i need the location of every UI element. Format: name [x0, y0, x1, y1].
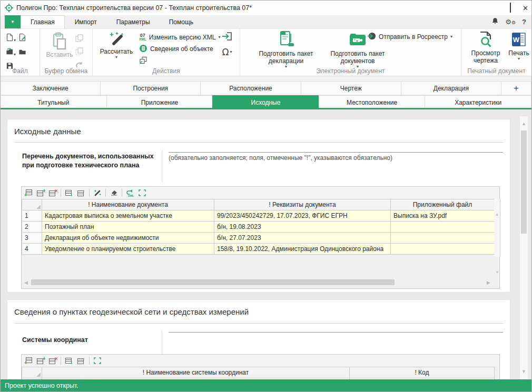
paste-special-icon[interactable]	[75, 47, 84, 58]
doc-name-cell[interactable]: Декларация об объекте недвижимости	[42, 233, 214, 244]
delete-row-icon[interactable]: ✕	[48, 188, 57, 197]
row-number[interactable]: 3	[22, 233, 42, 244]
tab-chertezh[interactable]: Чертеж	[301, 81, 401, 95]
doc-name-cell[interactable]: Уведомление о планируемом строительстве	[42, 244, 214, 255]
move-row-down-icon[interactable]: ↓	[64, 356, 74, 365]
tab-zaklyuchenie[interactable]: Заключение	[0, 81, 101, 95]
copy-object-button[interactable]	[139, 55, 221, 66]
print-button[interactable]: W Печать ▾	[507, 31, 531, 61]
add-tab-button[interactable]: +	[501, 81, 531, 95]
move-row-up-icon[interactable]: ↑	[76, 188, 86, 197]
tab-iskhodnye[interactable]: Исходные	[212, 95, 319, 109]
title-bar[interactable]: Полигон Про: Техплан строительства верси…	[1, 1, 531, 15]
page-scroll-up-arrow[interactable]: ▲	[520, 116, 528, 126]
menu-tab-parametry[interactable]: Параметры	[107, 15, 160, 28]
new-document-icon[interactable]: ▾	[6, 33, 18, 44]
row-number[interactable]: 1	[22, 210, 42, 222]
close-button[interactable]: ✕	[523, 5, 528, 12]
menu-tab-pomoshch[interactable]: Помощь	[160, 15, 203, 28]
page-scroll-thumb[interactable]	[521, 130, 527, 234]
ribbon-group-actions: Рассчитать ▾ 07 XML Изменить версию XML …	[93, 29, 240, 76]
scroll-left-arrow[interactable]: ◀	[24, 280, 28, 285]
tab-kharakteristiki[interactable]: Характеристики	[425, 95, 531, 109]
doc-file-cell[interactable]	[391, 244, 495, 255]
row-number[interactable]: 2	[22, 222, 42, 233]
edit-document-icon[interactable]	[18, 33, 29, 44]
clear-table-icon[interactable]	[109, 188, 119, 197]
table-row[interactable]: 1 Кадастровая выписка о земельном участк…	[22, 210, 495, 222]
import-xml-icon[interactable]: XML	[125, 188, 135, 197]
move-row-down-icon[interactable]: ↓	[64, 188, 74, 197]
calculate-button[interactable]: Рассчитать ▾	[96, 31, 137, 59]
section-heading: Сведения о пунктах геодезической сети и …	[14, 307, 249, 316]
table-corner-cell[interactable]	[22, 367, 42, 378]
doc-name-cell[interactable]: Поэтажный план	[42, 222, 214, 233]
tab-postroeniya[interactable]: Построения	[100, 81, 201, 95]
page-scrollbar[interactable]: ▲ ▼	[520, 116, 528, 380]
hscroll-thumb[interactable]	[31, 279, 395, 285]
delete-row-icon[interactable]: ✕	[48, 356, 57, 365]
table-row[interactable]: 2 Поэтажный план б/н, 19.08.2023	[22, 222, 495, 233]
col-header-doc-name[interactable]: ! Наименование документа	[42, 199, 214, 210]
notifications-bell-icon[interactable]	[491, 17, 499, 27]
tab-raspolozhenie[interactable]: Расположение	[200, 81, 301, 95]
scroll-right-arrow[interactable]: ▶	[487, 280, 490, 285]
xml-version-icon: 07 XML	[139, 34, 146, 41]
row-number[interactable]: 4	[22, 244, 42, 255]
col-header-cs-name[interactable]: ! Наименование системы координат	[42, 367, 350, 378]
ribbon-group-print: Просмотр чертежа W Печать ▾ Печатный док…	[461, 29, 531, 76]
expand-table-icon[interactable]	[93, 356, 102, 365]
add-row-icon[interactable]: +	[24, 356, 33, 365]
table-vertical-scrollbar[interactable]: ▲	[494, 199, 500, 257]
import-data-icon[interactable]	[222, 32, 232, 43]
open-folder-icon[interactable]	[18, 47, 29, 58]
col-header-doc-details[interactable]: ! Реквизиты документа	[214, 199, 391, 210]
documents-package-icon	[348, 31, 368, 50]
doc-file-cell[interactable]	[391, 233, 495, 244]
doc-name-cell[interactable]: Кадастровая выписка о земельном участке	[42, 210, 214, 222]
page-scroll-down-arrow[interactable]: ▼	[520, 369, 528, 374]
settings-gear-icon[interactable]: ⚙⚙	[505, 18, 516, 25]
move-row-up-icon[interactable]: ↑	[76, 356, 86, 365]
status-bar: Проект успешно открыт.	[1, 379, 531, 391]
doc-details-cell[interactable]: б/н, 27.07.2023	[214, 233, 391, 244]
help-icon[interactable]: ?	[522, 18, 526, 26]
insert-row-icon[interactable]: +	[36, 356, 45, 365]
doc-file-cell[interactable]	[391, 222, 495, 233]
doc-details-cell[interactable]: 99/2023/450242729, 17.07.2023, ФГИС ЕГРН	[214, 210, 391, 222]
symbol-omega-button[interactable]: Ω ▾	[222, 46, 232, 58]
table-corner-cell[interactable]	[22, 199, 42, 210]
app-menu-dropdown[interactable]: ▼	[5, 15, 21, 28]
change-xml-version-button[interactable]: 07 XML Изменить версию XML ▾	[139, 32, 221, 43]
add-row-icon[interactable]: +	[24, 188, 33, 197]
window-title: Полигон Про: Техплан строительства верси…	[16, 4, 252, 12]
autofill-wand-icon[interactable]	[93, 188, 102, 197]
table-row[interactable]: 4 Уведомление о планируемом строительств…	[22, 244, 495, 255]
coordinate-systems-label: Системы координат	[22, 336, 160, 345]
doc-details-cell[interactable]: 158/8, 19.10.2022, Администрация Одинцов…	[214, 244, 391, 255]
open-project-icon[interactable]: ▾	[6, 47, 18, 58]
menu-tab-glavnaya[interactable]: Главная	[21, 15, 65, 28]
object-info-button[interactable]: Сведения об объекте	[139, 43, 221, 55]
tab-titulnyy[interactable]: Титульный	[0, 95, 107, 109]
insert-row-icon[interactable]: +	[36, 188, 45, 197]
svg-text:+: +	[43, 189, 45, 194]
preview-drawing-button[interactable]: Просмотр чертежа	[468, 31, 504, 64]
send-to-rosreestr-button[interactable]: Отправить в Росреестр ▾	[367, 31, 452, 43]
doc-details-cell[interactable]: б/н, 19.08.2023	[214, 222, 391, 233]
prepare-declaration-package-button[interactable]: Подготовить пакет декларации ▾	[252, 31, 320, 69]
paste-button[interactable]: Вставить	[44, 32, 75, 71]
tab-mestopolozhenie[interactable]: Местоположение	[319, 95, 426, 109]
copy-icon[interactable]	[75, 34, 84, 45]
col-header-cs-code[interactable]: ! Код	[350, 367, 495, 378]
tab-prilozhenie[interactable]: Приложение	[106, 95, 213, 109]
table-horizontal-scrollbar[interactable]: ◀ ▶	[24, 279, 490, 286]
menu-tab-import[interactable]: Импорт	[65, 15, 107, 28]
maximize-button[interactable]	[510, 3, 511, 13]
col-header-doc-file[interactable]: Приложенный файл	[391, 199, 495, 210]
scroll-down-arrow[interactable]: ▼	[495, 270, 499, 275]
table-row[interactable]: 3 Декларация об объекте недвижимости б/н…	[22, 233, 495, 244]
expand-table-icon[interactable]	[137, 188, 147, 197]
tab-deklaratsiya[interactable]: Декларация	[401, 81, 501, 95]
doc-file-cell[interactable]: Выписка на ЗУ.pdf	[391, 210, 495, 222]
